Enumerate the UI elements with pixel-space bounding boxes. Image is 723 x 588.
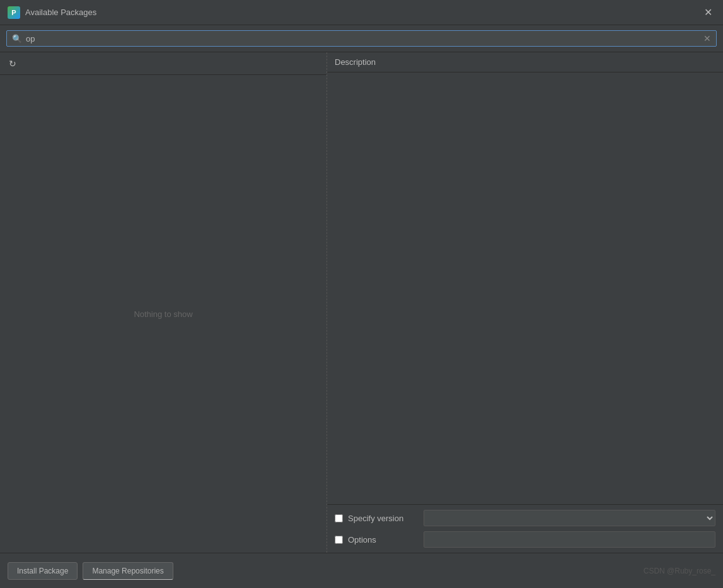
close-button[interactable]: ✕ — [700, 5, 715, 20]
right-panel: Description Specify version Options — [327, 52, 723, 553]
left-panel-toolbar: ↻ — [0, 52, 327, 75]
left-panel: ↻ Nothing to show — [0, 52, 327, 553]
main-window: P Available Packages ✕ 🔍 ✕ ↻ Nothing to … — [0, 0, 723, 588]
install-package-button[interactable]: Install Package — [8, 562, 78, 580]
manage-repositories-button[interactable]: Manage Repositories — [83, 562, 173, 580]
title-bar: P Available Packages ✕ — [0, 0, 723, 25]
resize-handle[interactable] — [324, 52, 327, 553]
specify-version-checkbox[interactable] — [335, 514, 343, 522]
search-icon: 🔍 — [12, 34, 22, 43]
refresh-icon: ↻ — [9, 59, 16, 69]
options-row: Options — [335, 531, 715, 548]
nothing-to-show-label: Nothing to show — [134, 309, 192, 319]
specify-version-row: Specify version — [335, 510, 715, 526]
specify-version-label: Specify version — [348, 514, 424, 523]
specify-version-dropdown[interactable] — [424, 510, 715, 526]
window-title: Available Packages — [25, 8, 700, 17]
options-checkbox[interactable] — [335, 536, 343, 544]
options-label: Options — [348, 535, 424, 545]
search-input[interactable] — [26, 34, 703, 43]
description-content — [327, 72, 723, 504]
app-icon: P — [8, 6, 20, 19]
packages-list-empty: Nothing to show — [0, 75, 327, 553]
search-clear-button[interactable]: ✕ — [703, 33, 711, 43]
refresh-button[interactable]: ↻ — [5, 56, 20, 71]
app-icon-text: P — [11, 9, 16, 16]
close-icon: ✕ — [704, 6, 712, 18]
options-textbox[interactable] — [424, 531, 715, 548]
watermark: CSDN @Ruby_rose_ — [644, 567, 715, 575]
search-bar: 🔍 ✕ — [0, 25, 723, 52]
right-panel-options: Specify version Options — [327, 504, 723, 553]
description-label: Description — [327, 52, 723, 72]
bottom-bar: Install Package Manage Repositories CSDN… — [0, 553, 723, 588]
main-content: ↻ Nothing to show Description Specify ve… — [0, 52, 723, 553]
search-wrapper: 🔍 ✕ — [6, 30, 717, 47]
